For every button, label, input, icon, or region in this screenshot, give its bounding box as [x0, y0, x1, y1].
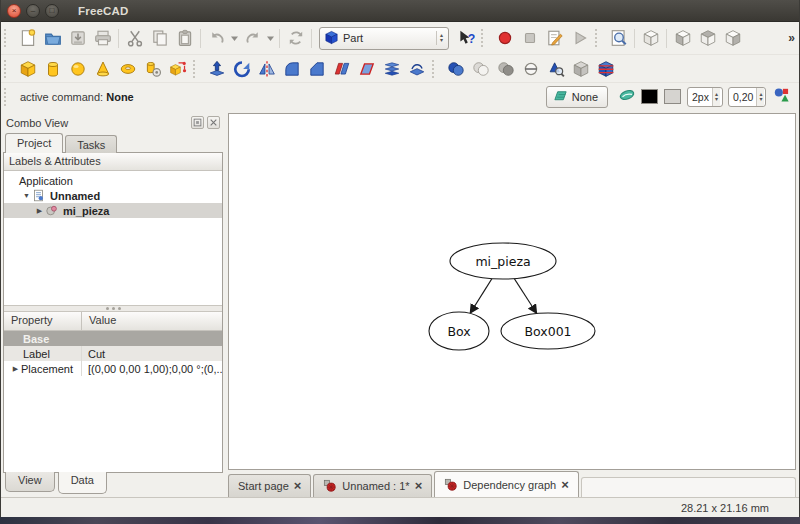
property-group-label: Base	[4, 331, 82, 346]
macro-edit-icon[interactable]	[542, 26, 567, 50]
line-width-spinbox[interactable]: 2px ▴▾	[687, 87, 723, 107]
expand-arrow-icon[interactable]: ▶	[10, 365, 21, 373]
make-face-icon[interactable]	[354, 57, 379, 81]
document-tab-start-page[interactable]: Start page×	[228, 474, 311, 497]
toolbar-grip[interactable]	[193, 60, 199, 78]
property-value: [(0,00 0,00 1,00);0,00 °;(0,...	[82, 363, 222, 375]
spinner-arrows[interactable]: ▴▾	[436, 31, 446, 45]
boolean-union-icon[interactable]	[443, 57, 468, 81]
dock-float-button[interactable]	[191, 116, 204, 129]
fit-all-icon[interactable]	[606, 26, 631, 50]
cone-icon[interactable]	[90, 57, 115, 81]
freecad-doc-icon	[444, 478, 458, 492]
combo-view-title: Combo View	[6, 117, 68, 129]
tree-item-unnamed[interactable]: ▼Unnamed	[4, 188, 222, 203]
revolve-icon[interactable]	[229, 57, 254, 81]
macro-record-icon[interactable]	[492, 26, 517, 50]
undo-dropdown-icon[interactable]	[229, 26, 240, 50]
undo-icon[interactable]	[204, 26, 229, 50]
refresh-icon[interactable]	[283, 26, 308, 50]
top-view-icon[interactable]	[695, 26, 720, 50]
torus-icon[interactable]	[115, 57, 140, 81]
tree-item-label: Application	[19, 175, 73, 187]
macro-play-icon[interactable]	[567, 26, 592, 50]
front-view-icon[interactable]	[670, 26, 695, 50]
section-icon[interactable]	[518, 57, 543, 81]
dependency-graph-view[interactable]: mi_piezaBoxBox001	[228, 113, 796, 470]
box-icon[interactable]	[15, 57, 40, 81]
expanded-arrow-icon[interactable]: ▼	[21, 192, 32, 199]
macro-stop-icon[interactable]	[517, 26, 542, 50]
chamfer-icon[interactable]	[304, 57, 329, 81]
tab-project[interactable]: Project	[5, 133, 63, 153]
primitives-icon[interactable]	[140, 57, 165, 81]
loft-icon[interactable]	[379, 57, 404, 81]
extrude-icon[interactable]	[204, 57, 229, 81]
window-maximize-button[interactable]: □	[45, 4, 59, 18]
paste-icon[interactable]	[172, 26, 197, 50]
panel-splitter[interactable]	[4, 305, 222, 312]
toolbar-grip[interactable]	[4, 88, 10, 106]
toolbar-overflow-button[interactable]: »	[788, 31, 795, 45]
tab-close-icon[interactable]: ×	[561, 480, 569, 490]
toolbar-grip[interactable]	[4, 60, 10, 78]
construction-mode-button[interactable]	[616, 87, 638, 107]
document-tab-unnamed-1-[interactable]: Unnamed : 1*×	[313, 474, 432, 497]
open-folder-icon[interactable]	[40, 26, 65, 50]
print-icon[interactable]	[90, 26, 115, 50]
toolbar-grip[interactable]	[4, 29, 10, 47]
dependency-graph-svg: mi_piezaBoxBox001	[229, 114, 795, 469]
collapsed-arrow-icon[interactable]: ▶	[34, 207, 45, 215]
check-geometry-icon[interactable]	[543, 57, 568, 81]
boolean-common-icon[interactable]	[468, 57, 493, 81]
separator	[279, 29, 280, 48]
line-color-swatch[interactable]	[641, 89, 658, 104]
workbench-selector[interactable]: Part ▴▾	[319, 27, 449, 50]
property-row-base[interactable]: Base	[4, 331, 222, 346]
toolbar-grip[interactable]	[595, 29, 601, 47]
cylinder-icon[interactable]	[40, 57, 65, 81]
tab-close-icon[interactable]: ×	[415, 481, 423, 491]
shape-builder-icon[interactable]	[165, 57, 190, 81]
right-view-icon[interactable]	[720, 26, 745, 50]
defeaturing-icon[interactable]	[568, 57, 593, 81]
tree-item-mi_pieza[interactable]: ▶mi_pieza	[4, 203, 222, 218]
face-color-swatch[interactable]	[664, 89, 681, 104]
cross-sections-icon[interactable]	[593, 57, 618, 81]
property-row-label[interactable]: LabelCut	[4, 346, 222, 361]
tree-item-label: Unnamed	[50, 190, 100, 202]
property-row-placement[interactable]: ▶Placement[(0,00 0,00 1,00);0,00 °;(0,..…	[4, 361, 222, 376]
window-close-button[interactable]: ×	[7, 4, 21, 18]
document-tab-label: Start page	[238, 480, 289, 492]
mirror-icon[interactable]	[254, 57, 279, 81]
new-document-icon[interactable]	[15, 26, 40, 50]
toolbar-grip[interactable]	[481, 29, 487, 47]
tree-item-application[interactable]: Application	[4, 173, 222, 188]
boolean-cut-icon[interactable]	[493, 57, 518, 81]
text-size-spinbox[interactable]: 0,20 ▴▾	[728, 87, 766, 107]
apply-style-button[interactable]	[771, 87, 793, 107]
construction-mode-icon	[618, 86, 636, 108]
sweep-icon[interactable]	[404, 57, 429, 81]
tab-data[interactable]: Data	[58, 472, 107, 494]
working-plane-button[interactable]: None	[546, 86, 608, 108]
redo-icon[interactable]	[240, 26, 265, 50]
ruled-surface-icon[interactable]	[329, 57, 354, 81]
tab-view[interactable]: View	[5, 472, 55, 492]
save-icon[interactable]	[65, 26, 90, 50]
fillet-icon[interactable]	[279, 57, 304, 81]
redo-dropdown-icon[interactable]	[265, 26, 276, 50]
cut-icon[interactable]	[122, 26, 147, 50]
tab-tasks[interactable]: Tasks	[65, 135, 117, 153]
copy-icon[interactable]	[147, 26, 172, 50]
freecad-doc-icon	[323, 479, 337, 493]
whats-this-icon[interactable]: ?	[453, 26, 478, 50]
document-tab-dependency-graph[interactable]: Dependency graph×	[434, 471, 579, 497]
toolbar-grip[interactable]	[432, 60, 438, 78]
sphere-icon[interactable]	[65, 57, 90, 81]
tab-close-icon[interactable]: ×	[294, 481, 302, 491]
window-minimize-button[interactable]: –	[26, 4, 40, 18]
dock-close-button[interactable]	[207, 116, 220, 129]
separator	[311, 29, 312, 48]
axonometric-view-icon[interactable]	[638, 26, 663, 50]
